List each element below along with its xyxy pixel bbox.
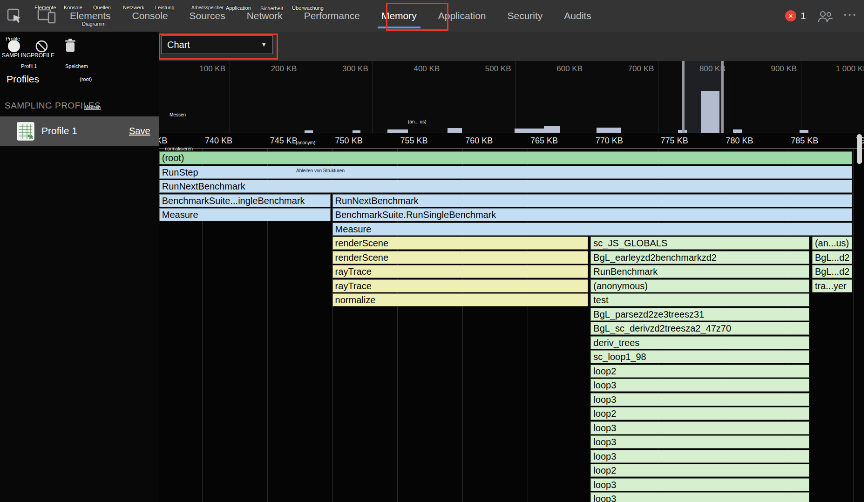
flame-bar[interactable]: rayTrace [332, 279, 589, 292]
memory-overview-strip: 100 KB200 KB300 KB400 KB500 KB600 KB700 … [159, 61, 864, 133]
flame-bar[interactable]: BgL...d2 [812, 251, 852, 264]
flame-bar[interactable]: (root) [159, 151, 852, 164]
flame-gridline [853, 149, 854, 502]
flame-bar[interactable]: loop2 [590, 365, 809, 378]
flame-bar[interactable]: sc_loop1_98 [590, 350, 809, 363]
ruler-tick-label: 755 KB [400, 136, 427, 146]
flame-bar[interactable]: loop2 [590, 464, 809, 477]
tab-application[interactable]: Application [438, 0, 486, 32]
overview-tick-label: 1 000 KB [799, 64, 864, 74]
flame-bar[interactable]: loop3 [590, 492, 809, 502]
ruler-tick-label: 780 KB [726, 136, 753, 146]
overview-bar [448, 128, 462, 133]
flamechart-ruler: 735 KB740 KB745 KB750 KB755 KB760 KB765 … [159, 133, 864, 149]
flame-bar[interactable]: (an...us) [812, 237, 852, 250]
flame-bar[interactable]: tra...yer [812, 279, 852, 292]
overview-bar [515, 129, 544, 133]
ruler-tick-label: 750 KB [335, 136, 363, 146]
flame-bar[interactable]: BenchmarkSuite...ingleBenchmark [159, 194, 331, 207]
overview-tick-label: 200 KB [227, 64, 297, 74]
overview-tick-label: 400 KB [370, 64, 440, 74]
tab-elements[interactable]: Elements [70, 0, 111, 32]
flame-bar[interactable]: renderScene [332, 251, 589, 264]
clear-profiles-icon[interactable] [34, 39, 49, 55]
sidebar-item-profile-1[interactable]: % Profile 1 Save [0, 116, 159, 146]
flame-bar[interactable]: normalize [332, 293, 589, 306]
tab-memory[interactable]: Memory [381, 0, 417, 32]
overview-bar [597, 128, 621, 133]
ruler-tick-label: 785 KB [791, 136, 818, 146]
delete-profile-icon[interactable] [65, 38, 76, 54]
flame-bar[interactable]: sc_JS_GLOBALS [590, 237, 809, 250]
tab-network[interactable]: Network [247, 0, 283, 32]
flame-bar[interactable]: BgL_earleyzd2benchmarkzd2 [590, 251, 809, 264]
flamechart-rows: (root)RunStepRunNextBenchmarkBenchmarkSu… [159, 149, 864, 502]
overview-tick-label: 500 KB [441, 64, 511, 74]
devtools-window: ElementsConsoleSourcesNetworkPerformance… [0, 0, 868, 502]
chevron-down-icon: ▼ [261, 36, 267, 54]
ruler-tick-label: 765 KB [530, 136, 558, 146]
overflow-menu-icon[interactable]: ⋯ [843, 6, 857, 22]
overview-tick-label: 900 KB [727, 64, 797, 74]
flame-bar[interactable]: loop3 [590, 478, 809, 491]
main-toolbar: ElementsConsoleSourcesNetworkPerformance… [0, 0, 868, 32]
overview-tick-label: 600 KB [513, 64, 583, 74]
tab-security[interactable]: Security [507, 0, 542, 32]
overview-selection-window[interactable] [683, 61, 722, 133]
record-heap-profile-button[interactable] [8, 40, 20, 52]
flame-bar[interactable]: deriv_trees [590, 336, 809, 349]
ruler-tick-label: 735 KB [159, 136, 167, 146]
ruler-tick-label: 775 KB [661, 136, 688, 146]
overview-bar [544, 126, 560, 133]
overview-tick-label: 300 KB [298, 64, 368, 74]
flame-bar[interactable]: BgL_parsezd2ze3treesz31 [590, 308, 809, 321]
overview-tick-label: 100 KB [159, 64, 225, 74]
tab-sources[interactable]: Sources [190, 0, 225, 32]
sampling-profiles-section-header: SAMPLING PROFILES [5, 101, 101, 111]
window-edge [864, 0, 868, 502]
selection-handle-right[interactable] [721, 61, 724, 133]
flame-bar[interactable]: loop3 [590, 435, 809, 448]
profiles-sidebar: Profiles SAMPLING PROFILES % Profile 1 S… [0, 32, 159, 502]
tab-performance[interactable]: Performance [304, 0, 360, 32]
profile-name: Profile 1 [41, 125, 77, 136]
flame-bar[interactable]: loop3 [590, 379, 809, 392]
device-toolbar-icon[interactable] [37, 8, 56, 26]
flame-bar[interactable]: rayTrace [332, 265, 589, 278]
panel-tabs: ElementsConsoleSourcesNetworkPerformance… [70, 0, 591, 32]
tab-audits[interactable]: Audits [564, 0, 591, 32]
flame-bar[interactable]: renderScene [332, 237, 589, 250]
overview-bar [733, 129, 741, 133]
error-badge[interactable]: ✕ 1 [785, 10, 806, 21]
flame-bar[interactable]: loop3 [590, 450, 809, 463]
users-icon[interactable] [817, 10, 833, 25]
overview-bar [387, 129, 408, 133]
flame-bar[interactable]: RunNextBenchmark [159, 180, 852, 193]
profiles-title: Profiles [7, 74, 39, 85]
save-profile-link[interactable]: Save [129, 126, 150, 136]
view-mode-select[interactable]: Chart ▼ [161, 35, 273, 54]
vertical-scrollbar-thumb[interactable] [857, 134, 862, 164]
flame-bar[interactable]: Measure [332, 223, 852, 236]
flame-bar[interactable]: test [590, 293, 809, 306]
flame-bar[interactable]: loop3 [590, 421, 809, 434]
flame-bar[interactable]: loop3 [590, 393, 809, 406]
error-icon: ✕ [785, 10, 796, 21]
flame-bar[interactable]: BgL_sc_derivzd2treesza2_47z70 [590, 322, 809, 335]
inspect-element-icon[interactable] [7, 8, 22, 26]
flame-bar[interactable]: RunStep [159, 166, 852, 179]
flame-bar[interactable]: BenchmarkSuite.RunSingleBenchmark [332, 208, 852, 221]
ruler-tick-label: 770 KB [596, 136, 623, 146]
flame-bar[interactable]: RunBenchmark [590, 265, 809, 278]
flame-bar[interactable]: loop2 [590, 407, 809, 420]
ruler-tick-label: 760 KB [465, 136, 493, 146]
flame-bar[interactable]: Measure [159, 208, 331, 221]
svg-text:%: % [28, 133, 34, 140]
flame-bar[interactable]: RunNextBenchmark [332, 194, 852, 207]
ruler-tick-label: 740 KB [205, 136, 232, 146]
view-mode-value: Chart [167, 40, 190, 50]
tab-console[interactable]: Console [132, 0, 168, 32]
flame-bar[interactable]: BgL...d2 [812, 265, 852, 278]
flame-bar[interactable]: (anonymous) [590, 279, 809, 292]
selection-handle-left[interactable] [682, 61, 685, 133]
